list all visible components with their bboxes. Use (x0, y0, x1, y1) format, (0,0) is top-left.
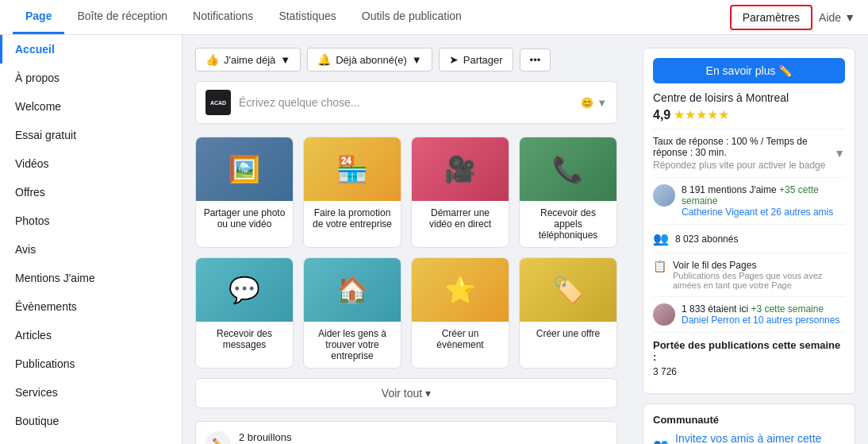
card-label-messages: Recevoir des messages (196, 322, 293, 357)
response-rate-text: Taux de réponse : 100 % / Temps de répon… (653, 136, 834, 158)
card-image-video: 🎥 (412, 137, 509, 201)
sidebar-item-welcome[interactable]: Welcome (0, 92, 182, 121)
card-label-photo: Partager une photo ou une vidéo (196, 201, 293, 236)
sidebar-item-avis[interactable]: Avis (0, 235, 182, 264)
sidebar-item-services[interactable]: Services (0, 378, 182, 407)
etaient-green: +3 cette semaine (751, 303, 824, 315)
people-icon: 👥 (653, 231, 669, 246)
invite-row: 👥 Invitez vos amis à aimer cette Page (653, 432, 845, 444)
page-info-card: En savoir plus ✏️ Centre de loisirs à Mo… (643, 48, 855, 394)
page-center-title: Centre de loisirs à Montreal (653, 91, 845, 104)
card-image-offre: 🏷️ (520, 258, 616, 322)
bell-icon: 🔔 (317, 53, 331, 66)
portee-label: Portée des publications cette semaine : (653, 339, 845, 363)
card-label-offre: Créer une offre (520, 322, 616, 346)
sidebar-item-essai[interactable]: Essai gratuit (0, 121, 182, 149)
nav-right: Paramètres Aide ▼ (730, 5, 855, 30)
tab-page[interactable]: Page (13, 0, 64, 34)
card-image-trouver: 🏠 (304, 258, 401, 322)
tab-notifications[interactable]: Notifications (180, 0, 266, 34)
card-label-trouver: Aider les gens à trouver votre entrepris… (304, 322, 401, 368)
drafts-text: 2 brouillons Dernier brouillon créé merc… (239, 431, 530, 444)
sidebar-item-offres[interactable]: Offres (0, 178, 182, 207)
sidebar-item-mentions[interactable]: Mentions J'aime (0, 264, 182, 292)
more-button[interactable]: ••• (520, 48, 551, 71)
top-nav: Page Boîte de réception Notifications St… (0, 0, 868, 35)
card-image-evenement: ⭐ (412, 258, 509, 322)
mentions-text: 8 191 mentions J'aime +35 cette semaine … (682, 184, 845, 218)
portee-row: Portée des publications cette semaine : … (653, 332, 845, 384)
tab-boite[interactable]: Boîte de réception (64, 0, 180, 34)
card-trouver[interactable]: 🏠 Aider les gens à trouver votre entrepr… (303, 257, 401, 369)
communaute-card: Communauté 👥 Invitez vos amis à aimer ce… (643, 403, 855, 444)
invite-link[interactable]: Invitez vos amis à aimer cette Page (675, 432, 845, 444)
fil-sub: Publications des Pages que vous avez aim… (673, 271, 845, 290)
aide-button[interactable]: Aide ▼ (819, 11, 855, 24)
nav-tabs: Page Boîte de réception Notifications St… (13, 0, 474, 34)
response-rate-row: Taux de réponse : 100 % / Temps de répon… (653, 129, 845, 177)
fil-icon: 📋 (653, 260, 666, 272)
main-content: 👍 J'aime déjà ▼ 🔔 Déjà abonné(e) ▼ ➤ Par… (182, 35, 630, 444)
card-evenement[interactable]: ⭐ Créer un évènement (411, 257, 509, 369)
card-image-promotion: 🏪 (304, 137, 401, 201)
more-options-icon: ▼ (597, 97, 607, 109)
mentions-row: 8 191 mentions J'aime +35 cette semaine … (653, 177, 845, 224)
params-button[interactable]: Paramètres (730, 5, 812, 30)
fil-title: Voir le fil des Pages (673, 260, 845, 271)
chevron-down-icon[interactable]: ▼ (834, 147, 845, 160)
chevron-down-icon: ▼ (844, 11, 855, 24)
sidebar-item-apropos[interactable]: À propos (0, 64, 182, 92)
action-bar: 👍 J'aime déjà ▼ 🔔 Déjà abonné(e) ▼ ➤ Par… (195, 48, 617, 71)
sidebar-item-videos[interactable]: Vidéos (0, 149, 182, 178)
right-panel: En savoir plus ✏️ Centre de loisirs à Mo… (630, 35, 868, 444)
avatar (653, 184, 675, 207)
sidebar-item-publications[interactable]: Publications (0, 349, 182, 378)
tab-statistiques[interactable]: Statistiques (266, 0, 348, 34)
people-icon: 👥 (653, 438, 669, 445)
tab-outils[interactable]: Outils de publication (349, 0, 474, 34)
etaient-row: 1 833 étaient ici +3 cette semaine Danie… (653, 296, 845, 332)
card-label-appels: Recevoir des appels téléphoniques (520, 201, 616, 247)
abonne-button[interactable]: 🔔 Déjà abonné(e) ▼ (307, 48, 432, 71)
en-savoir-button[interactable]: En savoir plus ✏️ (653, 58, 845, 83)
mentions-friends: Catherine Vigeant et 26 autres amis (682, 207, 833, 218)
post-options: 😊 ▼ (581, 97, 607, 109)
card-video-direct[interactable]: 🎥 Démarrer une vidéo en direct (411, 137, 509, 248)
sidebar-item-evenements[interactable]: Évènements (0, 292, 182, 321)
abonnes-text: 8 023 abonnés (675, 234, 738, 245)
post-box[interactable]: ACAD Écrivez quelque chose... 😊 ▼ (195, 81, 617, 124)
card-image-photo: 🖼️ (196, 137, 293, 201)
sidebar-item-boutique[interactable]: Boutique (0, 407, 182, 435)
card-image-appels: 📞 (520, 137, 616, 201)
sidebar-item-accueil[interactable]: Accueil (0, 35, 182, 64)
voir-tout-button[interactable]: Voir tout ▾ (195, 378, 617, 408)
rating-number: 4,9 (653, 108, 670, 122)
etaient-friends: Daniel Perron et 10 autres personnes (682, 315, 839, 326)
sidebar-item-photos[interactable]: Photos (0, 207, 182, 235)
card-image-messages: 💬 (196, 258, 293, 322)
response-sub-text: Répondez plus vite pour activer le badge (653, 160, 834, 171)
sidebar-item-articles[interactable]: Articles (0, 321, 182, 349)
card-label-evenement: Créer un évènement (412, 322, 509, 357)
card-messages[interactable]: 💬 Recevoir des messages (195, 257, 294, 369)
sidebar-item-emplois[interactable]: Emplois (0, 435, 182, 444)
card-photo-video[interactable]: 🖼️ Partager une photo ou une vidéo (195, 137, 294, 248)
main-layout: Accueil À propos Welcome Essai gratuit V… (0, 35, 868, 444)
avatar (653, 303, 675, 326)
drafts-item: ✏️ 2 brouillons Dernier brouillon créé m… (195, 421, 617, 444)
ellipsis-icon: ••• (530, 54, 541, 66)
card-offre[interactable]: 🏷️ Créer une offre (519, 257, 617, 369)
abonnes-row: 👥 8 023 abonnés (653, 224, 845, 253)
partager-button[interactable]: ➤ Partager (439, 48, 513, 71)
card-appels[interactable]: 📞 Recevoir des appels téléphoniques (519, 137, 617, 248)
chevron-down-icon: ▼ (412, 54, 422, 66)
drafts-count: 2 brouillons (239, 431, 530, 443)
draft-icon: ✏️ (205, 431, 231, 444)
post-input[interactable]: Écrivez quelque chose... (239, 96, 573, 109)
emoji-icon: 😊 (581, 97, 593, 109)
card-promotion[interactable]: 🏪 Faire la promotion de votre entreprise (303, 137, 401, 248)
portee-num: 3 726 (653, 366, 845, 377)
fil-text-container: Voir le fil des Pages Publications des P… (673, 260, 845, 290)
page-logo: ACAD (205, 90, 231, 115)
jaime-button[interactable]: 👍 J'aime déjà ▼ (195, 48, 301, 71)
